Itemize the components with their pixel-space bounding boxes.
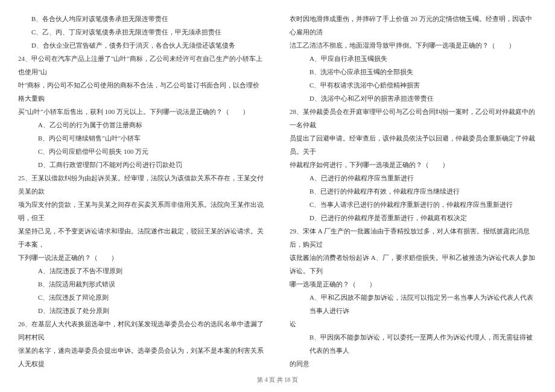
question-text: 该批酱油的消费者纷纷起诉 A、厂，要求赔偿损失。甲和乙被推选为诉讼代表人参加诉讼… <box>290 251 537 277</box>
question-text: 24、甲公司在汽车产品上注册了"山叶"商标，乙公司未经许可在自己生产的小轿车上也… <box>18 52 265 78</box>
question-text: 下列哪一说法是正确的？（ ） <box>18 251 265 264</box>
option-text: D、已进行的仲裁程序是否重新进行，仲裁庭有权决定 <box>290 211 537 224</box>
question-text: 员提出了回避申请。经审查后，该仲裁员依法予以回避，仲裁委员会重新确定了仲裁员。关… <box>290 131 537 158</box>
option-text: D、洗浴中心和乙对甲的损害承担连带责任 <box>290 92 537 105</box>
left-column: B、各合伙人均应对该笔债务承担无限连带责任 C、乙、丙、丁应对该笔债务承担无限连… <box>18 12 265 369</box>
question-text: 某坚持己见，不予变更诉讼请求和理由。法院遂作出裁定，驳回王某的诉讼请求。关于本案… <box>18 224 265 251</box>
question-text: 叶"商标，丙公司不知乙公司使用的商标不合法，与乙公司签订书面合同，以合理价格大量… <box>18 78 265 105</box>
right-column: 衣时因地滑摔成重伤，并摔碎了手上价值 20 万元的定情信物玉镯。经查明，因该中心… <box>290 12 537 369</box>
question-text: 哪一选项是正确的？（ ） <box>290 277 537 291</box>
option-text: C、乙、丙、丁应对该笔债务承担无限连带责任，甲无须承担责任 <box>18 25 265 39</box>
question-text: 张某的名字，遂向选举委员会提出申诉。选举委员会认为，刘某不是本案的利害关系人无权… <box>18 344 265 369</box>
option-text: C、法院违反了辩论原则 <box>18 291 265 304</box>
option-text: 的同意 <box>290 357 537 369</box>
option-text: D、法院违反了处分原则 <box>18 304 265 317</box>
question-text: 26、在基层人大代表换届选举中，村民刘某发现选举委员会公布的选民名单中遗漏了同村… <box>18 317 265 344</box>
question-text: 29、宋体 A 厂生产的一批酱油由于香精投放过多，对人体有损害。报纸披露此消息后… <box>290 224 537 251</box>
question-text: 洁工乙清洁不彻底，地面湿滑导致甲摔倒。下列哪一选项是正确的？（ ） <box>290 39 537 52</box>
option-text: A、甲应自行承担玉镯损失 <box>290 52 537 65</box>
option-text: 讼 <box>290 317 537 330</box>
option-text: A、已进行的仲裁程序应当重新进行 <box>290 171 537 185</box>
option-text: A、甲和乙因故不能参加诉讼，法院可以指定另一名当事人为诉讼代表人代表当事人进行诉 <box>290 291 537 317</box>
option-text: B、已进行的仲裁程序有效，仲裁程序应当继续进行 <box>290 185 537 198</box>
option-text: C、丙公司应赔偿甲公司损失 100 万元 <box>18 145 265 158</box>
question-text: 买"山叶"小轿车后售出，获利 100 万元以上。下列哪一说法是正确的？（ ） <box>18 105 265 118</box>
question-text: 衣时因地滑摔成重伤，并摔碎了手上价值 20 万元的定情信物玉镯。经查明，因该中心… <box>290 12 537 39</box>
option-text: A、乙公司的行为属于仿冒注册商标 <box>18 118 265 131</box>
option-text: B、洗浴中心应承担玉镯的全部损失 <box>290 65 537 78</box>
question-text: 项为应支付的货款，王某与吴某之间存在买卖关系而非借用关系。法院向王某作出说明，但… <box>18 198 265 224</box>
option-text: B、法院适用裁判形式错误 <box>18 277 265 291</box>
question-text: 25、王某以借款纠纷为由起诉吴某。经审理，法院认为该借款关系不存在，王某交付吴某… <box>18 171 265 198</box>
option-text: C、甲有权请求洗浴中心赔偿精神损害 <box>290 78 537 92</box>
page-footer: 第 4 页 共 18 页 <box>18 374 537 386</box>
document-content: B、各合伙人均应对该笔债务承担无限连带责任 C、乙、丙、丁应对该笔债务承担无限连… <box>18 12 537 369</box>
option-text: B、各合伙人均应对该笔债务承担无限连带责任 <box>18 12 265 25</box>
option-text: D、工商行政管理部门不能对丙公司进行罚款处罚 <box>18 158 265 171</box>
option-text: B、丙公司可继续销售"山叶"小轿车 <box>18 131 265 145</box>
option-text: C、当事人请求已进行的仲裁程序重新进行的，仲裁程序应当重新进行 <box>290 198 537 211</box>
option-text: D、合伙企业已宣告破产，债务归于消灭，各合伙人无须偿还该笔债务 <box>18 39 265 52</box>
question-text: 28、某仲裁委员会在开庭审理甲公司与乙公司合同纠纷一案时，乙公司对仲裁庭中的一名… <box>290 105 537 131</box>
option-text: B、甲因病不能参加诉讼，可以委托一至两人作为诉讼代理人，而无需征得被代表的当事人 <box>290 330 537 357</box>
option-text: A、法院违反了不告不理原则 <box>18 264 265 277</box>
question-text: 仲裁程序如何进行，下列哪一选项是正确的？（ ） <box>290 158 537 171</box>
